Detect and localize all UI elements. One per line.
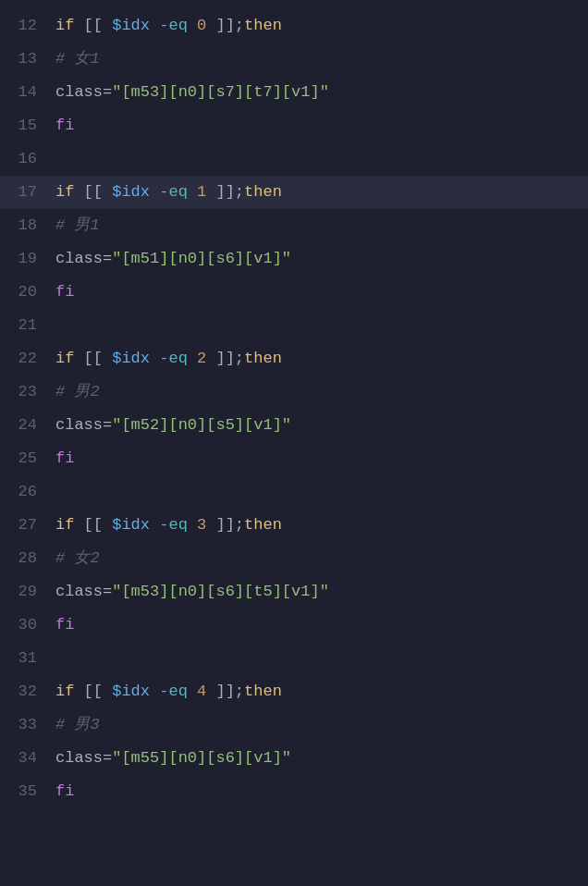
line-number: 31 [0,642,55,675]
token-semi: ; [235,683,244,700]
code-line: 19class="[m51][n0][s6][v1]" [0,242,588,276]
code-editor: 12if [[ $idx -eq 0 ]];then13# 女114class=… [0,0,588,886]
code-line: 20fi [0,276,588,309]
line-content: fi [55,109,588,142]
line-content [55,642,588,675]
code-line: 13# 女1 [0,43,588,76]
line-content: # 女2 [55,542,588,575]
token-attr-key: class= [55,250,112,267]
token-op: -eq [150,17,197,34]
token-kw-then: then [244,350,282,367]
line-content: if [[ $idx -eq 3 ]];then [55,509,588,542]
line-content [55,142,588,176]
token-comment: # 女1 [55,50,100,68]
line-number: 13 [0,43,55,76]
code-line: 24class="[m52][n0][s5][v1]" [0,409,588,442]
token-num: 0 [197,17,206,34]
line-number: 12 [0,9,55,43]
line-content: fi [55,609,588,642]
token-bracket: ]] [206,183,235,201]
code-line: 17if [[ $idx -eq 1 ]];then [0,176,588,209]
code-line: 35fi [0,775,588,808]
token-bracket: ]] [206,350,235,367]
line-number: 23 [0,375,55,409]
line-content: class="[m52][n0][s5][v1]" [55,409,588,442]
code-line: 29class="[m53][n0][s6][t5][v1]" [0,575,588,609]
line-number: 19 [0,242,55,276]
line-number: 32 [0,675,55,708]
line-number: 16 [0,142,55,176]
line-number: 21 [0,309,55,342]
line-content: fi [55,442,588,475]
line-content: if [[ $idx -eq 1 ]];then [55,176,588,209]
line-number: 29 [0,575,55,609]
line-content: if [[ $idx -eq 2 ]];then [55,342,588,375]
line-content: class="[m53][n0][s6][t5][v1]" [55,575,588,609]
token-bracket: ]] [206,17,235,34]
line-content: class="[m53][n0][s7][t7][v1]" [55,76,588,109]
code-line: 34class="[m55][n0][s6][v1]" [0,742,588,775]
token-num: 1 [197,183,206,201]
token-num: 3 [197,516,206,534]
line-content: class="[m55][n0][s6][v1]" [55,742,588,775]
code-line: 30fi [0,609,588,642]
token-comment: # 男1 [55,216,100,234]
line-number: 14 [0,76,55,109]
line-number: 28 [0,542,55,575]
token-attr-key: class= [55,583,112,600]
token-kw-if: if [55,17,84,34]
token-bracket: ]] [206,516,235,534]
code-line: 21 [0,309,588,342]
token-op: -eq [150,683,197,700]
token-kw-fi: fi [55,117,74,134]
token-semi: ; [235,183,244,201]
token-op: -eq [150,516,197,534]
line-content [55,309,588,342]
token-var: $idx [112,350,150,367]
line-content: if [[ $idx -eq 4 ]];then [55,675,588,708]
token-kw-fi: fi [55,616,74,634]
line-content: fi [55,775,588,808]
code-line: 12if [[ $idx -eq 0 ]];then [0,9,588,43]
line-content: # 男3 [55,708,588,742]
line-number: 26 [0,475,55,509]
token-kw-then: then [244,17,282,34]
line-content: class="[m51][n0][s6][v1]" [55,242,588,276]
token-semi: ; [235,516,244,534]
token-bracket: [[ [84,516,113,534]
token-var: $idx [112,516,150,534]
token-op: -eq [150,183,197,201]
token-attr-key: class= [55,749,112,767]
line-number: 20 [0,276,55,309]
token-semi: ; [235,17,244,34]
token-attr-str: "[m53][n0][s7][t7][v1]" [112,83,329,101]
code-line: 26 [0,475,588,509]
token-bracket: [[ [84,17,113,34]
token-bracket: [[ [84,183,113,201]
token-num: 2 [197,350,206,367]
line-number: 33 [0,708,55,742]
token-op: -eq [150,350,197,367]
code-line: 33# 男3 [0,708,588,742]
token-kw-if: if [55,516,84,534]
token-kw-fi: fi [55,449,74,467]
token-comment: # 男3 [55,716,100,733]
line-content [55,475,588,509]
token-kw-if: if [55,183,84,201]
token-kw-then: then [244,683,282,700]
code-line: 28# 女2 [0,542,588,575]
token-bracket: [[ [84,350,113,367]
token-num: 4 [197,683,206,700]
line-number: 34 [0,742,55,775]
code-line: 22if [[ $idx -eq 2 ]];then [0,342,588,375]
token-attr-str: "[m52][n0][s5][v1]" [112,416,291,434]
token-bracket: [[ [84,683,113,700]
code-line: 14class="[m53][n0][s7][t7][v1]" [0,76,588,109]
token-kw-if: if [55,350,84,367]
token-kw-fi: fi [55,283,74,301]
line-number: 30 [0,609,55,642]
code-line: 25fi [0,442,588,475]
token-kw-if: if [55,683,84,700]
line-content: if [[ $idx -eq 0 ]];then [55,9,588,43]
token-attr-str: "[m53][n0][s6][t5][v1]" [112,583,329,600]
